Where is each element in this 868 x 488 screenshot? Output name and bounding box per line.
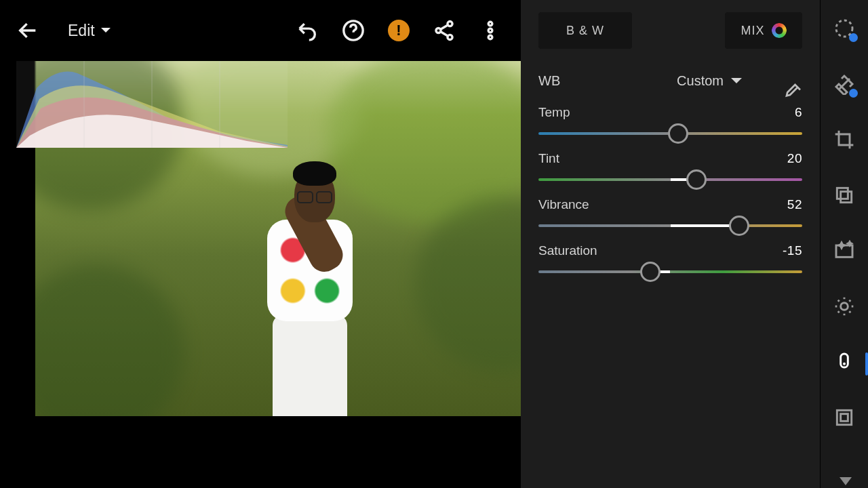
slider-value: 20 — [787, 151, 802, 166]
slider-temp[interactable]: Temp 6 — [538, 105, 802, 135]
svg-rect-16 — [837, 410, 851, 424]
tab-bw[interactable]: B & W — [538, 12, 632, 49]
slider-knob[interactable] — [640, 262, 660, 282]
svg-point-15 — [843, 363, 846, 365]
svg-point-1 — [448, 22, 452, 26]
svg-point-3 — [448, 35, 452, 39]
tool-color[interactable] — [832, 350, 856, 374]
wb-label: WB — [538, 73, 560, 89]
edit-dot-icon — [849, 33, 858, 42]
back-button[interactable] — [16, 19, 39, 42]
tool-healing[interactable] — [832, 72, 856, 96]
slider-label: Saturation — [538, 243, 597, 258]
slider-label: Tint — [538, 151, 559, 166]
slider-value: 6 — [795, 105, 802, 120]
color-panel: B & W MIX WB Custom Temp 6 Tint 20 — [521, 0, 821, 488]
tool-strip — [821, 0, 868, 488]
tool-presets[interactable] — [832, 183, 856, 207]
mode-dropdown[interactable]: Edit — [68, 22, 111, 40]
mode-label: Edit — [68, 22, 95, 40]
svg-rect-11 — [837, 188, 848, 199]
tool-light[interactable] — [832, 294, 856, 319]
svg-point-5 — [488, 28, 492, 33]
svg-point-4 — [488, 22, 492, 26]
slider-tint[interactable]: Tint 20 — [538, 151, 802, 181]
tool-crop[interactable] — [832, 127, 856, 152]
tab-mix-label: MIX — [741, 24, 764, 38]
slider-label: Vibrance — [538, 197, 589, 212]
slider-knob[interactable] — [668, 123, 688, 144]
overflow-menu-button[interactable] — [479, 19, 502, 42]
share-button[interactable] — [433, 19, 456, 42]
svg-point-2 — [436, 28, 441, 33]
svg-rect-12 — [841, 192, 852, 203]
svg-rect-17 — [841, 414, 848, 422]
tool-effects[interactable] — [832, 405, 856, 430]
sync-warning-badge[interactable]: ! — [388, 20, 410, 41]
slider-value: 52 — [787, 197, 802, 212]
wb-eyedropper-button[interactable] — [783, 81, 804, 104]
svg-point-6 — [488, 35, 492, 39]
tool-auto[interactable] — [832, 239, 856, 263]
slider-knob[interactable] — [686, 169, 707, 190]
color-wheel-icon — [772, 23, 787, 38]
svg-rect-13 — [836, 245, 852, 257]
wb-preset-value: Custom — [677, 73, 724, 89]
svg-point-14 — [841, 303, 848, 310]
tool-masking[interactable] — [832, 16, 856, 41]
wb-preset-dropdown[interactable]: Custom — [677, 73, 743, 89]
slider-label: Temp — [538, 105, 570, 120]
edit-dot-icon — [849, 89, 858, 98]
slider-knob[interactable] — [729, 216, 749, 236]
undo-button[interactable] — [296, 19, 319, 42]
slider-vibrance[interactable]: Vibrance 52 — [538, 197, 802, 227]
help-button[interactable] — [342, 19, 365, 42]
scroll-down-hint-icon — [840, 477, 852, 485]
tab-color-mix[interactable]: MIX — [725, 12, 802, 49]
slider-value: -15 — [783, 243, 802, 258]
histogram[interactable] — [16, 61, 288, 148]
slider-saturation[interactable]: Saturation -15 — [538, 243, 802, 273]
topbar: Edit ! — [0, 0, 521, 61]
